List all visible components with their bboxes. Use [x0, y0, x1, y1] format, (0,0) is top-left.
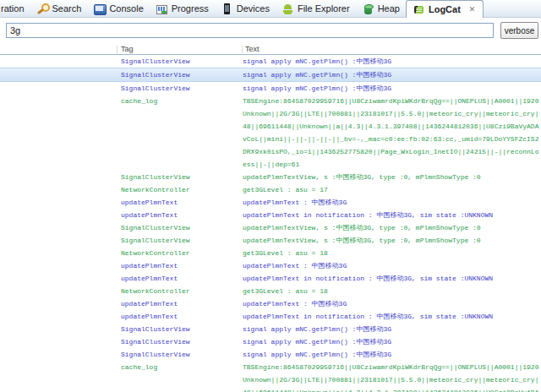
cell-text: get3GLevel : asu = 18	[240, 285, 541, 297]
cell-tag: SignalClusterView	[116, 221, 240, 234]
cell-tag: SignalClusterView	[116, 171, 240, 183]
close-icon[interactable]: ✕	[467, 5, 478, 14]
progress-icon	[156, 3, 168, 15]
cell-text: signal apply mNC.getPlmn() :中国移动3G	[240, 323, 541, 335]
column-header-tag[interactable]: Tag	[121, 45, 134, 53]
cell-text: updatePlmnText in notification : 中国移动3G,…	[240, 209, 541, 221]
tab-label: Console	[109, 3, 143, 14]
tab-logcat[interactable]: LogCat✕	[406, 0, 484, 18]
table-row[interactable]: updatePlmnTextupdatePlmnText in notifica…	[0, 310, 541, 323]
tab-label: Search	[52, 3, 82, 14]
table-row[interactable]: SignalClusterViewsignal apply mNC.getPlm…	[0, 55, 541, 68]
column-divider	[242, 46, 243, 53]
cell-tag: SignalClusterView	[116, 234, 240, 247]
cell-text: updatePlmnText : 中国移动3G	[240, 259, 541, 272]
table-row[interactable]: updatePlmnTextupdatePlmnText in notifica…	[0, 272, 541, 285]
cell-tag: cache_log	[116, 95, 240, 107]
log-table-header: Tag Text	[0, 45, 541, 55]
table-row[interactable]: SignalClusterViewupdatePlmnTextView, s :…	[0, 221, 541, 234]
cell-tag: SignalClusterView	[116, 68, 240, 81]
cell-text: updatePlmnText in notification : 中国移动3G,…	[240, 272, 541, 285]
column-divider	[117, 46, 117, 53]
table-row[interactable]: SignalClusterViewsignal apply mNC.getPlm…	[0, 82, 541, 95]
table-row[interactable]: updatePlmnTextupdatePlmnText : 中国移动3G	[0, 196, 541, 209]
view-tab-bar: rationSearchConsoleProgressDevicesFile E…	[0, 0, 541, 18]
search-icon	[36, 3, 49, 15]
cell-text: updatePlmnText in notification : 中国移动3G,…	[240, 310, 541, 323]
cell-tag: updatePlmnText	[116, 196, 240, 209]
tab-devices[interactable]: Devices	[215, 0, 276, 17]
tab-ration[interactable]: ration	[0, 0, 30, 17]
cell-tag: updatePlmnText	[116, 272, 240, 285]
cell-text: signal apply mNC.getPlmn() :中国移动3G	[240, 348, 541, 361]
cell-tag: SignalClusterView	[116, 335, 240, 348]
cell-text: get3GLevel : asu = 17	[240, 183, 541, 196]
cell-tag: SignalClusterView	[116, 323, 240, 335]
cell-text: signal apply mNC.getPlmn() :中国移动3G	[240, 335, 541, 348]
tab-console[interactable]: Console	[87, 0, 149, 17]
table-row[interactable]: SignalClusterViewupdatePlmnTextView, s :…	[0, 234, 541, 247]
log-table-body: SignalClusterViewsignal apply mNC.getPlm…	[0, 55, 541, 392]
cell-tag: updatePlmnText	[116, 259, 240, 272]
tab-label: Progress	[172, 3, 209, 14]
tab-label: Devices	[237, 3, 270, 14]
cell-tag: updatePlmnText	[116, 310, 240, 323]
cell-text: get3GLevel : asu = 18	[240, 247, 541, 259]
log-level-selected: verbose	[505, 26, 535, 35]
log-level-dropdown[interactable]: verbose	[500, 22, 538, 39]
cell-text: updatePlmnText : 中国移动3G	[240, 196, 541, 209]
table-row[interactable]: NetworkControllerget3GLevel : asu = 18	[0, 247, 541, 259]
table-row[interactable]: SignalClusterViewsignal apply mNC.getPlm…	[0, 335, 541, 348]
cell-tag: SignalClusterView	[116, 82, 240, 95]
table-row[interactable]: updatePlmnTextupdatePlmnText in notifica…	[0, 209, 541, 221]
table-row[interactable]: cache_logTBSEngine:864587029959716||U8Cz…	[0, 95, 541, 171]
tab-search[interactable]: Search	[30, 0, 88, 17]
table-row[interactable]: updatePlmnTextupdatePlmnText : 中国移动3G	[0, 259, 541, 272]
tab-label: LogCat	[429, 4, 461, 14]
cell-tag: SignalClusterView	[116, 348, 240, 361]
cell-tag: NetworkController	[116, 183, 240, 196]
heap-icon	[362, 3, 374, 15]
logcat-icon	[413, 3, 425, 16]
table-row[interactable]: SignalClusterViewsignal apply mNC.getPlm…	[0, 323, 541, 335]
cell-text: updatePlmnTextView, s :中国移动3G, type :0, …	[240, 234, 541, 247]
devices-icon	[221, 3, 233, 15]
tab-label: ration	[1, 3, 25, 14]
file-explorer-icon	[281, 3, 294, 15]
table-row[interactable]: SignalClusterViewsignal apply mNC.getPlm…	[0, 68, 541, 82]
table-row[interactable]: NetworkControllerget3GLevel : asu = 18	[0, 285, 541, 297]
tab-heap[interactable]: Heap	[356, 0, 406, 17]
cell-tag: NetworkController	[116, 247, 240, 259]
tab-file-explorer[interactable]: File Explorer	[276, 0, 356, 17]
cell-tag: SignalClusterView	[116, 55, 240, 68]
tab-label: File Explorer	[298, 3, 350, 14]
cell-text: updatePlmnText : 中国移动3G	[240, 297, 541, 310]
logcat-filter-input[interactable]	[6, 23, 494, 38]
cell-text: updatePlmnTextView, s :中国移动3G, type :0, …	[240, 171, 541, 183]
logcat-filter-bar: verbose	[0, 18, 541, 45]
table-row[interactable]: SignalClusterViewsignal apply mNC.getPlm…	[0, 348, 541, 361]
table-row[interactable]: cache_logTBSEngine:864587029959716||U8Cz…	[0, 361, 541, 392]
cell-text: signal apply mNC.getPlmn() :中国移动3G	[240, 55, 541, 68]
cell-tag: NetworkController	[116, 285, 240, 297]
cell-text: signal apply mNC.getPlmn() :中国移动3G	[240, 68, 541, 81]
cell-text: updatePlmnTextView, s :中国移动3G, type :0, …	[240, 221, 541, 234]
cell-text: TBSEngine:864587029959716||U8CziwamrdKpi…	[240, 361, 541, 392]
cell-tag: cache_log	[116, 361, 240, 373]
cell-text: signal apply mNC.getPlmn() :中国移动3G	[240, 82, 541, 95]
column-header-text[interactable]: Text	[245, 45, 260, 53]
tab-progress[interactable]: Progress	[150, 0, 215, 17]
cell-tag: updatePlmnText	[116, 209, 240, 221]
cell-text: TBSEngine:864587029959716||U8CziwamrdKpi…	[240, 95, 541, 171]
tab-label: Heap	[378, 3, 400, 14]
table-row[interactable]: NetworkControllerget3GLevel : asu = 17	[0, 183, 541, 196]
cell-tag: updatePlmnText	[116, 297, 240, 310]
table-row[interactable]: updatePlmnTextupdatePlmnText : 中国移动3G	[0, 297, 541, 310]
table-row[interactable]: SignalClusterViewupdatePlmnTextView, s :…	[0, 171, 541, 183]
console-icon	[93, 3, 106, 15]
